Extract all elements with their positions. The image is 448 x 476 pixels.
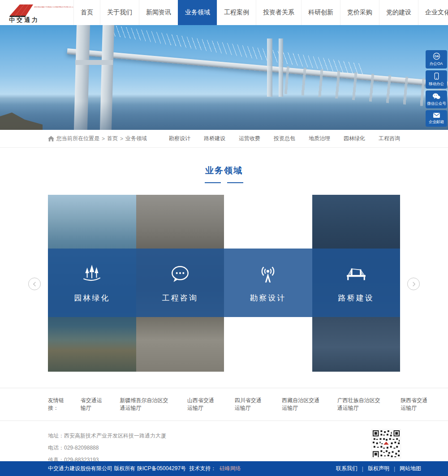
side-toolbar: OA 办公OA 移动办公 微信公众号 企业邮箱 <box>426 50 447 127</box>
svg-text:OA: OA <box>434 55 439 58</box>
wechat-qr-code <box>371 429 401 459</box>
nav-home[interactable]: 首页 <box>73 0 100 25</box>
breadcrumb-separator: > <box>102 136 105 142</box>
nav-investor[interactable]: 投资者关系 <box>256 0 301 25</box>
business-subnav: 勘察设计 路桥建设 运营收费 投资总包 地质治理 园林绿化 工程咨询 <box>169 135 400 142</box>
breadcrumb-current: 业务领域 <box>125 135 147 142</box>
nav-bidding[interactable]: 竞价采购 <box>340 0 379 25</box>
subnav-road-bridge[interactable]: 路桥建设 <box>204 135 225 142</box>
bridge-pylon-graphic <box>279 39 283 97</box>
oa-label: 办公OA <box>430 61 443 66</box>
friend-link[interactable]: 新疆维吾尔自治区交通运输厅 <box>120 397 172 412</box>
friend-link[interactable]: 陕西省交通运输厅 <box>401 397 433 412</box>
chat-bubble-icon <box>168 262 192 286</box>
breadcrumb-separator: > <box>120 136 123 142</box>
link-divider: | <box>362 466 363 472</box>
nav-research[interactable]: 科研创新 <box>301 0 340 25</box>
nav-projects[interactable]: 工程案例 <box>217 0 256 25</box>
footer-address: 地址：西安高新技术产业开发区科技一路通力大厦 <box>48 430 400 442</box>
copyright: 中交通力建设股份有限公司 版权所有 陕ICP备05004297号 <box>48 465 186 472</box>
copyright-bar: 中交通力建设股份有限公司 版权所有 陕ICP备05004297号 技术支持： 硅… <box>0 461 448 476</box>
header: ZHONGJIAO TONGLI CONSTRUCTION CO.,LTD 中交… <box>0 0 448 25</box>
antenna-signal-icon <box>256 262 280 286</box>
wechat-icon <box>432 93 440 100</box>
carousel-next-button[interactable] <box>407 278 420 290</box>
copyright-notice-link[interactable]: 版权声明 <box>368 465 389 472</box>
oa-office-button[interactable]: OA 办公OA <box>426 50 447 69</box>
subnav-survey-design[interactable]: 勘察设计 <box>169 135 190 142</box>
sitemap-link[interactable]: 网站地图 <box>400 465 421 472</box>
wechat-official-button[interactable]: 微信公众号 <box>426 90 447 108</box>
link-divider: | <box>394 466 395 472</box>
card-consulting[interactable]: 工程咨询 <box>136 195 224 372</box>
home-icon <box>48 136 54 142</box>
nav-news[interactable]: 新闻资讯 <box>139 0 178 25</box>
chevron-left-icon <box>32 282 37 287</box>
nav-culture[interactable]: 企业文化 <box>418 0 448 25</box>
contact-us-link[interactable]: 联系我们 <box>336 465 358 472</box>
page-title: 业务领域 <box>0 165 448 176</box>
mobile-phone-icon <box>433 73 440 80</box>
breadcrumb-bar: 您当前所在位置是 > 首页 > 业务领域 勘察设计 路桥建设 运营收费 投资总包… <box>0 130 448 148</box>
nav-about[interactable]: 关于我们 <box>100 0 139 25</box>
breadcrumb: 您当前所在位置是 > 首页 > 业务领域 <box>48 135 147 142</box>
support-vendor-link[interactable]: 硅峰网络 <box>220 465 241 472</box>
business-cards: 园林绿化 工程咨询 <box>48 195 400 372</box>
subnav-investment[interactable]: 投资总包 <box>274 135 295 142</box>
logo-graphic: ZHONGJIAO TONGLI CONSTRUCTION CO.,LTD 中交… <box>6 2 73 23</box>
support-label: 技术支持： <box>189 465 216 472</box>
copyright-text: 中交通力建设股份有限公司 版权所有 陕ICP备05004297号 技术支持： 硅… <box>48 465 241 472</box>
enterprise-mail-button[interactable]: 企业邮箱 <box>426 110 447 127</box>
section-header: 业务领域 <box>0 148 448 183</box>
oa-icon: OA <box>433 52 440 60</box>
mail-label: 企业邮箱 <box>429 119 444 124</box>
company-logo[interactable]: ZHONGJIAO TONGLI CONSTRUCTION CO.,LTD 中交… <box>0 0 73 25</box>
bridge-icon <box>345 262 368 286</box>
subnav-geology[interactable]: 地质治理 <box>309 135 330 142</box>
main-navigation: 首页 关于我们 新闻资讯 业务领域 工程案例 投资者关系 科研创新 竞价采购 党… <box>73 0 448 25</box>
friend-link[interactable]: 四川省交通运输厅 <box>235 397 267 412</box>
trees-icon <box>80 262 103 286</box>
bottom-links: 联系我们 | 版权声明 | 网站地图 <box>336 465 421 472</box>
mobile-office-button[interactable]: 移动办公 <box>426 70 447 89</box>
footer-phone: 电话：029-82098888 <box>48 442 400 454</box>
friend-link[interactable]: 省交通运输厅 <box>81 397 105 412</box>
card-label: 路桥建设 <box>338 293 374 303</box>
breadcrumb-home-link[interactable]: 首页 <box>107 135 118 142</box>
card-landscaping[interactable]: 园林绿化 <box>48 195 136 372</box>
title-underline <box>0 182 448 183</box>
friend-link[interactable]: 山西省交通运输厅 <box>187 397 220 412</box>
nav-party[interactable]: 党的建设 <box>379 0 418 25</box>
bridge-beam-graphic <box>75 60 113 65</box>
breadcrumb-prefix: 您当前所在位置是 <box>56 135 99 142</box>
carousel-prev-button[interactable] <box>28 278 41 290</box>
chevron-right-icon <box>411 282 416 287</box>
mobile-label: 移动办公 <box>429 81 444 86</box>
friend-links-bar: 友情链接： 省交通运输厅 新疆维吾尔自治区交通运输厅 山西省交通运输厅 四川省交… <box>0 388 448 421</box>
subnav-landscaping[interactable]: 园林绿化 <box>344 135 365 142</box>
card-label: 园林绿化 <box>74 293 110 303</box>
hero-banner <box>0 25 448 130</box>
water-graphic <box>0 101 448 130</box>
card-label: 勘察设计 <box>250 293 286 303</box>
nav-business[interactable]: 业务领域 <box>178 0 217 25</box>
bridge-pylon-graphic <box>267 39 272 97</box>
subnav-consulting[interactable]: 工程咨询 <box>379 135 400 142</box>
business-carousel: 园林绿化 工程咨询 <box>48 195 400 372</box>
friend-link[interactable]: 广西壮族自治区交通运输厅 <box>337 397 385 412</box>
card-label: 工程咨询 <box>162 293 198 303</box>
friend-link[interactable]: 西藏自治区交通运输厅 <box>282 397 322 412</box>
subnav-toll-operation[interactable]: 运营收费 <box>239 135 260 142</box>
mail-icon <box>433 112 440 118</box>
wechat-label: 微信公众号 <box>427 101 446 106</box>
card-survey-design[interactable]: 勘察设计 <box>224 195 312 372</box>
card-road-bridge[interactable]: 路桥建设 <box>312 195 401 372</box>
logo-subtext: ZHONGJIAO TONGLI CONSTRUCTION CO.,LTD <box>34 6 73 8</box>
friend-links-label: 友情链接： <box>48 397 68 412</box>
logo-text: 中交通力 <box>9 17 39 23</box>
